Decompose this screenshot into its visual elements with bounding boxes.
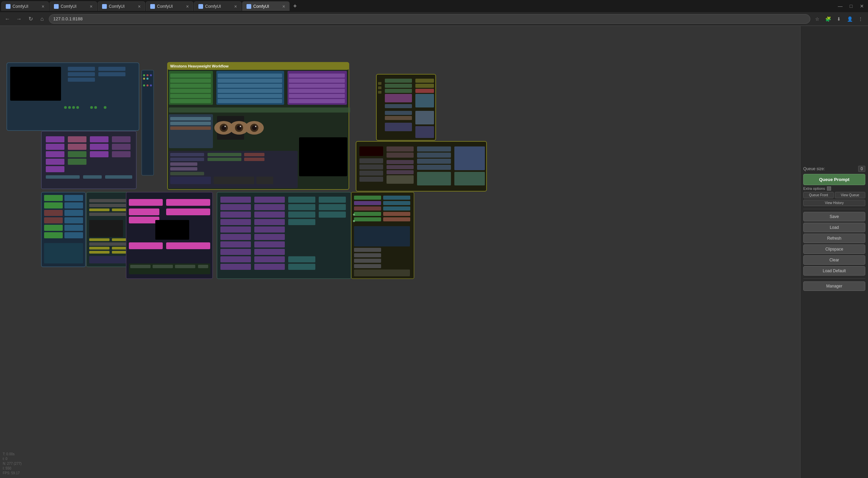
- svg-rect-215: [354, 212, 381, 216]
- svg-rect-99: [378, 82, 381, 85]
- url-text: 127.0.0.1:8188: [53, 16, 83, 21]
- svg-rect-186: [220, 249, 251, 255]
- status-line-2: t: 0: [3, 457, 22, 461]
- tab-5-close[interactable]: ×: [234, 4, 237, 9]
- load-button[interactable]: Load: [803, 223, 865, 232]
- svg-rect-220: [354, 248, 381, 252]
- svg-rect-175: [153, 265, 173, 268]
- svg-rect-27: [46, 159, 64, 165]
- extensions-icon[interactable]: 🧩: [823, 14, 833, 24]
- svg-rect-56: [218, 89, 282, 93]
- new-tab-button[interactable]: +: [290, 1, 300, 11]
- svg-rect-115: [415, 126, 434, 138]
- svg-rect-88: [170, 162, 197, 166]
- status-line-5: FPS: 59.17: [3, 471, 22, 476]
- reload-button[interactable]: ↻: [26, 14, 35, 24]
- panel-divider-1: [803, 209, 865, 209]
- svg-rect-50: [170, 94, 211, 98]
- svg-rect-125: [417, 172, 451, 185]
- svg-rect-218: [383, 217, 410, 221]
- svg-rect-217: [383, 212, 410, 216]
- svg-rect-169: [166, 208, 210, 215]
- tab-6-close[interactable]: ×: [282, 4, 285, 9]
- svg-rect-102: [385, 79, 412, 83]
- tab-5[interactable]: ComfyUI ×: [194, 1, 241, 11]
- svg-text:Winstons Heavyweight Workflow: Winstons Heavyweight Workflow: [170, 64, 229, 68]
- status-bar: T: 0.00s t: 0 N: 277 (277) I: 550 FPS: 5…: [3, 452, 22, 476]
- tab-1-close[interactable]: ×: [42, 4, 44, 9]
- svg-point-83: [255, 126, 256, 127]
- refresh-button[interactable]: Refresh: [803, 234, 865, 243]
- svg-rect-94: [208, 153, 241, 156]
- address-bar[interactable]: 127.0.0.1:8188: [49, 14, 810, 24]
- tab-2[interactable]: ComfyUI ×: [50, 1, 97, 11]
- tab-4[interactable]: ComfyUI ×: [146, 1, 193, 11]
- svg-rect-219: [354, 226, 410, 246]
- view-queue-button[interactable]: View Queue: [835, 192, 865, 198]
- svg-rect-61: [289, 79, 345, 83]
- tab-1[interactable]: ComfyUI ×: [1, 1, 49, 11]
- queue-prompt-button[interactable]: Queue Prompt: [803, 174, 865, 185]
- browser-chrome: ComfyUI × ComfyUI × ComfyUI × ComfyUI × …: [0, 0, 868, 26]
- load-default-button[interactable]: Load Default: [803, 266, 865, 276]
- svg-rect-158: [89, 242, 126, 246]
- tab-2-close[interactable]: ×: [90, 4, 93, 9]
- svg-rect-138: [44, 210, 63, 216]
- svg-rect-5: [98, 67, 125, 71]
- svg-point-7: [64, 106, 67, 109]
- svg-rect-196: [254, 249, 285, 255]
- home-button[interactable]: ⌂: [37, 14, 47, 24]
- svg-rect-121: [417, 153, 451, 158]
- svg-rect-106: [415, 84, 434, 88]
- manager-button[interactable]: Manager: [803, 281, 865, 291]
- minimize-button[interactable]: —: [835, 1, 845, 11]
- tab-6-active[interactable]: ComfyUI ×: [242, 1, 290, 11]
- clear-button[interactable]: Clear: [803, 255, 865, 265]
- svg-rect-47: [170, 79, 211, 83]
- svg-rect-30: [68, 144, 86, 150]
- svg-rect-140: [44, 225, 63, 231]
- svg-rect-187: [220, 256, 251, 262]
- save-button[interactable]: Save: [803, 212, 865, 221]
- svg-rect-198: [254, 264, 285, 270]
- profile-icon[interactable]: 👤: [845, 14, 854, 24]
- bookmark-icon[interactable]: ☆: [812, 14, 822, 24]
- main-canvas[interactable]: Winstons Heavyweight Workflow: [0, 26, 868, 478]
- svg-point-21: [146, 84, 149, 86]
- svg-rect-51: [170, 99, 211, 103]
- svg-rect-182: [220, 219, 251, 225]
- svg-rect-108: [385, 94, 412, 102]
- svg-rect-33: [90, 136, 108, 142]
- svg-rect-133: [387, 170, 414, 174]
- svg-rect-24: [46, 136, 64, 142]
- queue-front-button[interactable]: Queue Front: [803, 192, 834, 198]
- forward-button[interactable]: →: [14, 14, 24, 24]
- svg-point-9: [72, 106, 75, 109]
- svg-rect-63: [289, 89, 345, 93]
- svg-rect-111: [385, 111, 412, 115]
- svg-rect-141: [44, 232, 63, 238]
- svg-rect-194: [254, 234, 285, 240]
- svg-rect-39: [46, 175, 80, 179]
- svg-rect-210: [354, 201, 381, 205]
- close-button[interactable]: ✕: [857, 1, 867, 11]
- maximize-button[interactable]: □: [846, 1, 856, 11]
- tab-3-close[interactable]: ×: [138, 4, 141, 9]
- queue-size-value: 0: [858, 166, 865, 172]
- svg-rect-163: [89, 256, 126, 263]
- clipspace-button[interactable]: Clipspace: [803, 244, 865, 254]
- svg-rect-58: [218, 99, 282, 103]
- svg-rect-113: [385, 123, 412, 131]
- svg-rect-150: [89, 199, 126, 202]
- svg-rect-87: [170, 158, 204, 161]
- back-button[interactable]: ←: [3, 14, 12, 24]
- tab-4-close[interactable]: ×: [186, 4, 189, 9]
- extra-options-checkbox[interactable]: [827, 186, 831, 191]
- svg-rect-128: [359, 164, 383, 170]
- menu-icon[interactable]: ⋮: [856, 14, 865, 24]
- svg-rect-93: [256, 177, 273, 184]
- view-history-button[interactable]: View History: [803, 200, 865, 206]
- svg-rect-57: [218, 94, 282, 98]
- tab-3[interactable]: ComfyUI ×: [98, 1, 145, 11]
- download-icon[interactable]: ⬇: [834, 14, 844, 24]
